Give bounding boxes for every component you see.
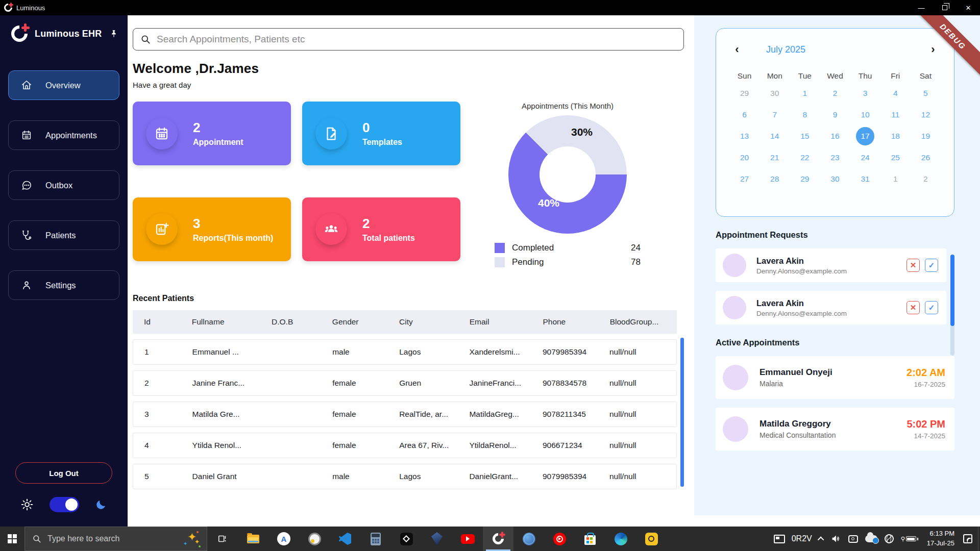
vscode-icon[interactable] [330,527,360,551]
accept-request-button[interactable]: ✓ [925,259,938,272]
calendar-date[interactable]: 4 [880,83,911,104]
table-row[interactable]: 5 Daniel Grant male Lagos DanielGrant...… [133,464,677,489]
calendar-date[interactable]: 2 [911,168,941,190]
calendar-date[interactable]: 19 [911,126,941,147]
power-app-icon[interactable] [636,527,667,551]
calendar-date[interactable]: 23 [820,147,850,168]
volume-icon[interactable] [827,527,845,551]
calendar-date[interactable]: 25 [880,147,911,168]
sidebar-item-outbox[interactable]: Outbox [8,170,119,200]
table-row[interactable]: 1 Emmanuel ... male Lagos Xanderelsmi...… [133,339,677,365]
reject-request-button[interactable]: ✕ [906,301,920,314]
network-offline-icon[interactable] [881,527,897,551]
calendar-date[interactable]: 3 [850,83,880,104]
calendar-date[interactable]: 1 [790,83,820,104]
sidebar-item-settings[interactable]: Settings [8,270,119,300]
dark-mode-toggle[interactable] [50,497,79,512]
calendar-prev-button[interactable]: ‹ [729,43,745,56]
calendar-date[interactable]: 21 [760,147,790,168]
calendar-date[interactable]: 7 [760,104,790,126]
clock[interactable]: 6:13 PM 17-Jul-25 [922,529,960,548]
calendar-date[interactable]: 10 [850,104,880,126]
task-view-icon[interactable] [207,527,238,551]
active-appointment-card[interactable]: Matilda Greggory Medical Consultantation… [716,408,954,450]
table-row[interactable]: 3 Matilda Gre... female RealTide, ar... … [133,402,677,427]
a-app-icon[interactable]: A [268,527,299,551]
alarm-app-icon[interactable] [299,527,330,551]
youtube-music-icon[interactable] [544,527,575,551]
stat-card-appointments[interactable]: 2Appointment [133,102,291,165]
sidebar-item-label: Appointments [45,131,97,140]
search-bar [133,28,684,51]
news-widget-icon[interactable] [770,527,789,551]
stat-card-total-patients[interactable]: 2Total patients [302,197,460,261]
calendar-date[interactable]: 18 [880,126,911,147]
minimize-button[interactable]: — [910,0,933,15]
file-explorer-icon[interactable] [238,527,268,551]
calendar-date[interactable]: 27 [729,168,760,190]
calendar-date[interactable]: 20 [729,147,760,168]
welcome-title: Welcome ,Dr.James [133,61,684,77]
onedrive-icon[interactable] [862,527,881,551]
calendar-date[interactable]: 11 [880,104,911,126]
calendar-date[interactable]: 12 [911,104,941,126]
table-row[interactable]: 2 Janine Franc... female Gruen JanineFra… [133,370,677,396]
action-center-icon[interactable] [960,527,976,551]
sidebar-item-overview[interactable]: Overview [8,70,119,100]
stat-card-templates[interactable]: 0Templates [302,102,460,165]
reject-request-button[interactable]: ✕ [906,259,920,272]
gem-app-icon[interactable] [422,527,452,551]
pin-icon[interactable] [109,29,118,38]
calendar-date[interactable]: 1 [880,168,911,190]
globe-app-icon[interactable] [513,527,544,551]
calendar-date[interactable]: 13 [729,126,760,147]
calendar-date[interactable]: 26 [911,147,941,168]
active-appointments-list: Emmanuel Onyeji Malaria 2:02 AM 16-7-202… [716,356,954,450]
microsoft-store-icon[interactable] [575,527,605,551]
table-row[interactable]: 4 Ytilda Renol... female Area 67, Riv...… [133,433,677,458]
stat-card-reports[interactable]: 3Reports(This month) [133,197,291,261]
calendar-date[interactable]: 2 [820,83,850,104]
luminous-app-icon[interactable] [483,527,513,551]
battery-icon[interactable]: ⚲ [897,527,922,551]
calendar-date[interactable]: 6 [729,104,760,126]
calendar-date[interactable]: 29 [790,168,820,190]
calculator-icon[interactable] [360,527,391,551]
news-widget-code[interactable]: 0R2V [789,527,816,551]
calendar-date[interactable]: 28 [760,168,790,190]
calendar-date[interactable]: 16 [820,126,850,147]
close-button[interactable]: ✕ [957,0,980,15]
maximize-button[interactable] [933,0,957,15]
calendar-date[interactable]: 9 [820,104,850,126]
calendar-date[interactable]: 31 [850,168,880,190]
start-button[interactable] [0,527,24,551]
sidebar-item-patients[interactable]: Patients [8,220,119,250]
calendar-date[interactable]: 30 [760,83,790,104]
appointment-request-card: Lavera Akin Denny.Alonso@example.com ✕ ✓ [716,248,946,282]
calendar-next-button[interactable]: › [925,43,941,56]
calendar-date[interactable]: 14 [760,126,790,147]
calendar-date[interactable]: 29 [729,83,760,104]
calendar-date[interactable]: 30 [820,168,850,190]
meet-now-icon[interactable] [845,527,862,551]
active-appointments-heading: Active Appointments [716,338,954,347]
search-input[interactable] [157,34,683,45]
youtube-icon[interactable] [452,527,483,551]
log-out-button[interactable]: Log Out [15,462,112,484]
sidebar-item-appointments[interactable]: Appointments [8,120,119,150]
accept-request-button[interactable]: ✓ [925,301,938,314]
tray-chevron-up-icon[interactable] [816,527,827,551]
calendar-date[interactable]: 22 [790,147,820,168]
calendar-date[interactable]: 17 [850,126,880,147]
show-desktop-button[interactable] [978,527,980,551]
edge-icon[interactable] [605,527,636,551]
requests-scrollbar[interactable] [950,255,954,326]
table-scrollbar[interactable] [680,338,684,487]
taskbar-search[interactable]: Type here to search ✦✦✦ [24,527,207,551]
calendar-date[interactable]: 8 [790,104,820,126]
calendar-date[interactable]: 5 [911,83,941,104]
calendar-date[interactable]: 15 [790,126,820,147]
active-appointment-card[interactable]: Emmanuel Onyeji Malaria 2:02 AM 16-7-202… [716,356,954,399]
calendar-date[interactable]: 24 [850,147,880,168]
dark-app-icon[interactable] [391,527,422,551]
